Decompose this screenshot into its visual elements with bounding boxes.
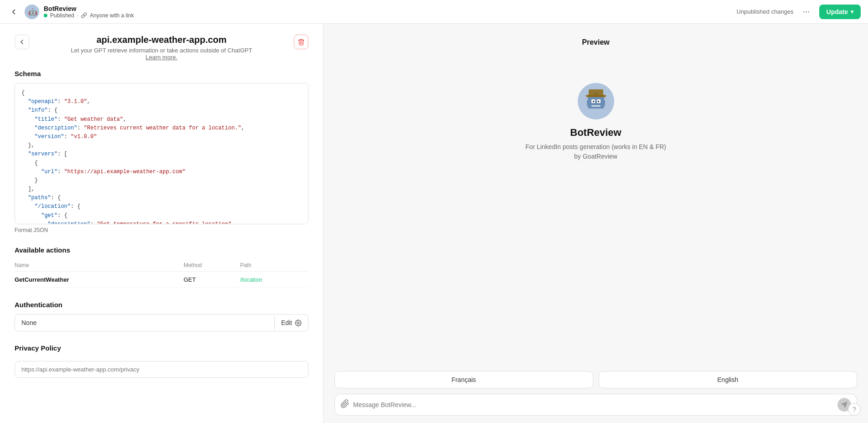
panel-subtitle: Let your GPT retrieve information or tak…	[71, 47, 252, 61]
auth-row: None Edit	[15, 314, 308, 331]
main-layout: api.example-weather-app.com Let your GPT…	[0, 24, 868, 423]
privacy-input[interactable]	[15, 361, 308, 378]
svg-rect-12	[587, 100, 589, 106]
svg-point-2	[298, 322, 299, 324]
edit-label: Edit	[281, 319, 292, 326]
status-label: Published	[50, 12, 74, 19]
topbar-right: Unpublished changes ··· Update ▾	[737, 5, 861, 19]
schema-editor[interactable]: { "openapi": "3.1.0", "info": { "title":…	[15, 83, 308, 224]
schema-label: Schema	[15, 70, 308, 77]
help-icon[interactable]: ?	[848, 403, 861, 416]
trash-icon	[298, 38, 305, 46]
svg-rect-9	[591, 105, 601, 107]
status-dot	[44, 14, 47, 17]
lang-english-button[interactable]: English	[599, 371, 858, 388]
left-panel: api.example-weather-app.com Let your GPT…	[0, 24, 324, 423]
svg-text:🤖: 🤖	[28, 8, 37, 16]
unpublished-text: Unpublished changes	[737, 8, 794, 15]
available-actions-label: Available actions	[15, 246, 308, 254]
svg-rect-13	[603, 100, 605, 106]
update-button[interactable]: Update ▾	[819, 5, 861, 19]
lang-francais-button[interactable]: Français	[334, 371, 593, 388]
format-json-link[interactable]: Format JSON	[15, 227, 308, 233]
attach-icon[interactable]	[340, 399, 349, 411]
panel-title: api.example-weather-app.com	[97, 35, 227, 45]
authentication-label: Authentication	[15, 301, 308, 309]
chat-bottom: Français English	[324, 364, 868, 423]
separator: ·	[77, 12, 78, 19]
more-options-button[interactable]: ···	[799, 5, 814, 19]
bot-preview-desc: For LinkedIn posts generation (works in …	[525, 142, 666, 161]
bot-status: Published · Anyone with a link	[44, 12, 134, 19]
gear-icon	[295, 320, 302, 326]
cell-method: GET	[184, 272, 240, 288]
col-method: Method	[184, 259, 240, 272]
actions-table: Name Method Path GetCurrentWeather GET /…	[15, 259, 308, 288]
panel-title-section: api.example-weather-app.com Let your GPT…	[29, 35, 294, 61]
svg-rect-7	[593, 101, 594, 102]
schema-section: Schema { "openapi": "3.1.0", "info": { "…	[15, 70, 308, 233]
update-label: Update	[827, 8, 848, 15]
svg-rect-15	[586, 95, 606, 97]
table-row: GetCurrentWeather GET /location	[15, 272, 308, 288]
bot-name: BotReview	[44, 5, 134, 12]
message-input-row	[334, 394, 857, 416]
topbar: 🤖 BotReview Published · Anyone with a li…	[0, 0, 868, 24]
svg-marker-17	[842, 402, 847, 408]
topbar-left: 🤖 BotReview Published · Anyone with a li…	[7, 5, 134, 19]
right-panel: Preview	[324, 24, 868, 423]
delete-button[interactable]	[294, 35, 308, 49]
privacy-section: Privacy Policy	[15, 344, 308, 378]
global-back-button[interactable]	[7, 5, 20, 18]
svg-rect-8	[598, 101, 599, 102]
bot-info: BotReview Published · Anyone with a link	[44, 5, 134, 19]
privacy-label: Privacy Policy	[15, 344, 308, 352]
avatar: 🤖	[25, 5, 39, 19]
authentication-section: Authentication None Edit	[15, 301, 308, 331]
language-buttons: Français English	[334, 371, 857, 388]
schema-content: { "openapi": "3.1.0", "info": { "title":…	[21, 89, 302, 224]
cell-path: /location	[240, 272, 308, 288]
chevron-down-icon: ▾	[851, 9, 853, 15]
bot-preview: BotReview For LinkedIn posts generation …	[525, 83, 666, 165]
link-icon	[81, 12, 87, 18]
panel-back-button[interactable]	[15, 35, 29, 49]
available-actions-section: Available actions Name Method Path GetCu…	[15, 246, 308, 288]
auth-edit-button[interactable]: Edit	[274, 315, 308, 330]
col-path: Path	[240, 259, 308, 272]
preview-title: Preview	[582, 38, 609, 46]
panel-header: api.example-weather-app.com Let your GPT…	[15, 35, 308, 61]
learn-more-link[interactable]: Learn more.	[145, 54, 177, 61]
table-header-row: Name Method Path	[15, 259, 308, 272]
message-input[interactable]	[353, 401, 834, 408]
cell-name: GetCurrentWeather	[15, 272, 184, 288]
auth-value: None	[15, 315, 274, 331]
bot-preview-avatar	[578, 83, 614, 119]
status-link-label: Anyone with a link	[90, 12, 134, 19]
bot-preview-name: BotReview	[570, 127, 621, 139]
col-name: Name	[15, 259, 184, 272]
